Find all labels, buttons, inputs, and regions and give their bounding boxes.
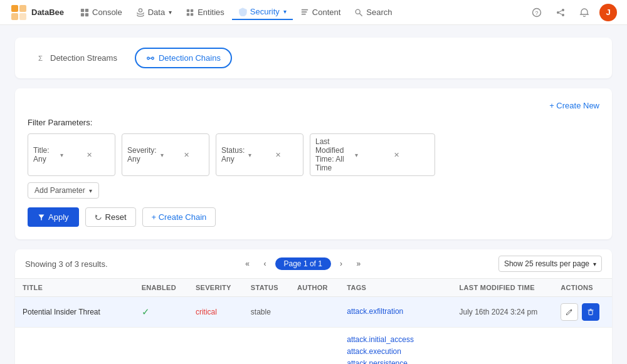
svg-marker-30 xyxy=(95,214,97,217)
col-enabled: ENABLED xyxy=(134,279,188,297)
bell-button[interactable] xyxy=(576,4,593,21)
nav-search[interactable]: Search xyxy=(348,5,398,19)
filter-label: Filter Parameters: xyxy=(28,118,599,127)
help-button[interactable]: ? xyxy=(528,4,545,21)
svg-rect-31 xyxy=(589,311,593,315)
delete-button-row1[interactable] xyxy=(582,303,599,321)
row2-last-modified: July 16th 2024 3:24 pm xyxy=(452,328,554,365)
close-severity-icon[interactable]: ✕ xyxy=(184,151,204,159)
close-last-modified-icon[interactable]: ✕ xyxy=(394,151,429,159)
results-card: Showing 3 of 3 results. « ‹ Page 1 of 1 … xyxy=(15,249,612,364)
next-page-button[interactable]: › xyxy=(334,256,349,271)
enabled-check-icon: ✓ xyxy=(142,306,150,317)
row2-tags: attack.initial_accessattack.executionatt… xyxy=(339,328,451,365)
svg-point-20 xyxy=(557,11,559,14)
filter-icon xyxy=(38,214,45,221)
chains-icon xyxy=(146,54,155,63)
apply-button[interactable]: Apply xyxy=(28,207,79,227)
grid-icon xyxy=(80,8,89,17)
close-status-icon[interactable]: ✕ xyxy=(275,151,298,159)
svg-point-27 xyxy=(152,57,154,60)
svg-rect-15 xyxy=(302,13,306,14)
data-icon xyxy=(136,8,145,17)
filter-title[interactable]: Title: Any ▾ ✕ xyxy=(28,133,115,176)
bell-icon xyxy=(579,8,589,18)
create-chain-button[interactable]: + Create Chain xyxy=(142,207,216,227)
nav-content[interactable]: Content xyxy=(294,5,347,19)
row2-actions xyxy=(553,328,612,365)
last-page-button[interactable]: » xyxy=(351,256,366,271)
avatar[interactable]: J xyxy=(599,4,617,21)
chevron-down-icon: ▾ xyxy=(248,152,271,159)
nav-data[interactable]: Data ▾ xyxy=(130,5,178,19)
chevron-down-icon: ▾ xyxy=(161,152,181,159)
prev-page-button[interactable]: ‹ xyxy=(258,256,273,271)
filter-row: Title: Any ▾ ✕ Severity: Any ▾ ✕ Status:… xyxy=(28,133,599,176)
row1-enabled: ✓ xyxy=(134,297,188,328)
tab-detection-chains[interactable]: Detection Chains xyxy=(135,48,232,68)
nodes-icon xyxy=(556,8,566,18)
first-page-button[interactable]: « xyxy=(240,256,255,271)
per-page-select[interactable]: Show 25 results per page ▾ xyxy=(498,256,602,272)
nodes-button[interactable] xyxy=(552,4,569,21)
filter-status[interactable]: Status: Any ▾ ✕ xyxy=(216,133,303,176)
chevron-down-icon: ▾ xyxy=(60,152,83,159)
svg-rect-1 xyxy=(19,5,26,12)
row1-author xyxy=(290,297,339,328)
svg-line-24 xyxy=(559,13,562,14)
logo[interactable]: DataBee xyxy=(10,4,64,21)
svg-point-8 xyxy=(139,8,142,11)
filter-top-bar: + Create New xyxy=(28,101,599,110)
nav-console[interactable]: Console xyxy=(74,5,129,19)
filter-severity[interactable]: Severity: Any ▾ ✕ xyxy=(122,133,209,176)
svg-point-21 xyxy=(562,9,564,11)
reset-icon xyxy=(95,214,102,221)
row1-tags: attack.exfiltration xyxy=(339,297,451,328)
page-indicator: Page 1 of 1 xyxy=(275,257,331,270)
top-navigation: DataBee Console Data ▾ Entities Security… xyxy=(0,0,627,25)
row2-author xyxy=(290,328,339,365)
svg-rect-5 xyxy=(85,8,88,11)
svg-rect-10 xyxy=(191,9,193,11)
svg-text:?: ? xyxy=(535,10,538,16)
svg-point-16 xyxy=(356,9,361,14)
col-title: TITLE xyxy=(15,279,134,297)
entities-icon xyxy=(186,8,194,17)
close-title-icon[interactable]: ✕ xyxy=(87,151,110,159)
add-parameter-button[interactable]: Add Parameter ▾ xyxy=(28,182,99,199)
help-icon: ? xyxy=(532,8,542,18)
col-actions: ACTIONS xyxy=(553,279,612,297)
chevron-down-icon: ▾ xyxy=(89,187,92,194)
filter-actions: Apply Reset + Create Chain xyxy=(28,207,599,227)
nav-entities[interactable]: Entities xyxy=(179,5,231,19)
row1-actions xyxy=(553,297,612,328)
table-header-row: TITLE ENABLED SEVERITY STATUS AUTHOR TAG… xyxy=(15,279,612,297)
tab-detection-streams[interactable]: Σ Detection Streams xyxy=(28,49,127,67)
data-dropdown-icon: ▾ xyxy=(169,9,172,16)
edit-button-row1[interactable] xyxy=(561,303,578,321)
svg-marker-29 xyxy=(39,214,45,220)
nav-security[interactable]: Security ▾ xyxy=(232,4,293,20)
chevron-down-icon: ▾ xyxy=(593,261,596,268)
create-new-button[interactable]: + Create New xyxy=(549,101,599,110)
row2-enabled: ✓ xyxy=(134,328,188,365)
col-tags: TAGS xyxy=(339,279,451,297)
row2-status: stable xyxy=(243,328,290,365)
svg-rect-7 xyxy=(85,13,88,16)
svg-line-23 xyxy=(559,11,562,12)
logo-icon xyxy=(10,4,28,21)
filter-card: + Create New Filter Parameters: Title: A… xyxy=(15,88,612,239)
tabs-card: Σ Detection Streams Detection Chains xyxy=(15,38,612,78)
pagination: « ‹ Page 1 of 1 › » xyxy=(240,256,366,271)
streams-icon: Σ xyxy=(38,54,46,63)
row2-title: MITRE ATT&CK Techniques xyxy=(15,328,134,365)
svg-rect-14 xyxy=(302,11,307,13)
reset-button[interactable]: Reset xyxy=(85,207,136,227)
filter-last-modified[interactable]: Last Modified Time: All Time ▾ ✕ xyxy=(310,133,435,176)
col-last-modified: LAST MODIFIED TIME xyxy=(452,279,554,297)
main-content: Σ Detection Streams Detection Chains + C… xyxy=(0,25,627,364)
search-icon xyxy=(354,8,363,17)
row1-status: stable xyxy=(243,297,290,328)
results-table: TITLE ENABLED SEVERITY STATUS AUTHOR TAG… xyxy=(15,278,612,364)
trash-icon xyxy=(587,308,594,316)
